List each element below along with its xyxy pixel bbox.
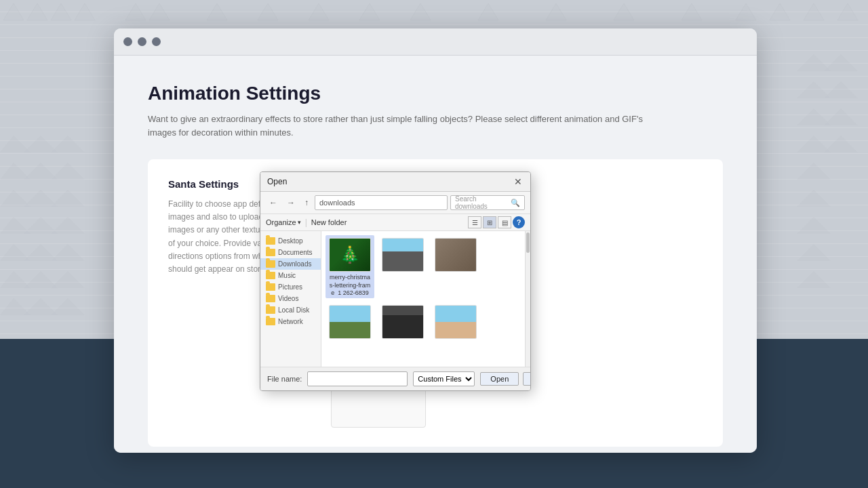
dialog-nav-toolbar: ← → ↑ downloads Search downloads 🔍 xyxy=(260,192,530,214)
dialog-close-button[interactable]: ✕ xyxy=(513,176,524,187)
settings-panel: Santa Settings Facility to choose app de… xyxy=(148,159,723,447)
svg-marker-2 xyxy=(51,3,71,20)
nav-item-videos[interactable]: Videos xyxy=(260,293,321,304)
svg-marker-41 xyxy=(0,217,31,234)
nav-item-network[interactable]: Network xyxy=(260,316,321,327)
folder-icon xyxy=(266,295,275,302)
cancel-button[interactable]: Cancel xyxy=(523,372,531,386)
svg-marker-17 xyxy=(804,3,824,20)
window-dot-3 xyxy=(152,37,161,46)
address-bar[interactable]: downloads xyxy=(315,195,448,210)
folder-icon xyxy=(266,283,275,291)
nav-item-local[interactable]: Local Disk xyxy=(260,304,321,316)
window-dot-1 xyxy=(123,37,132,46)
svg-marker-19 xyxy=(797,54,831,71)
photo4-thumbnail xyxy=(330,306,370,338)
filename-input[interactable] xyxy=(307,371,408,386)
svg-marker-30 xyxy=(797,244,831,261)
help-button[interactable]: ? xyxy=(513,216,525,228)
file-thumb-photo4 xyxy=(329,305,371,339)
svg-marker-38 xyxy=(0,190,31,207)
open-button[interactable]: Open xyxy=(480,372,519,386)
left-panel: Animation Settings Want to give an extra… xyxy=(114,56,757,453)
svg-marker-49 xyxy=(51,271,85,288)
file-item-christmas[interactable]: merry-christmas-lettering-frame_1 262-68… xyxy=(326,235,374,298)
search-box[interactable]: Search downloads 🔍 xyxy=(450,195,525,210)
svg-marker-22 xyxy=(824,81,858,98)
svg-marker-5 xyxy=(149,3,170,20)
folder-icon xyxy=(266,260,275,268)
view-grid-button[interactable]: ⊞ xyxy=(483,216,496,228)
file-thumb-car xyxy=(382,238,424,272)
forward-button[interactable]: → xyxy=(283,196,298,209)
svg-marker-3 xyxy=(75,3,95,20)
svg-marker-32 xyxy=(0,136,31,152)
file-item-photo5[interactable] xyxy=(378,302,427,344)
car-thumbnail xyxy=(382,239,423,271)
svg-marker-23 xyxy=(797,108,831,125)
file-item-photo4[interactable] xyxy=(326,302,374,344)
new-folder-button[interactable]: New folder xyxy=(311,218,347,226)
photo5-thumbnail xyxy=(382,306,423,338)
svg-marker-6 xyxy=(207,3,227,20)
photo3-thumbnail xyxy=(435,239,476,271)
svg-marker-43 xyxy=(51,217,85,234)
scrollbar-thumb[interactable] xyxy=(526,232,530,253)
organize-button[interactable]: Organize xyxy=(266,218,301,226)
page-description: Want to give an extraordinary effects to… xyxy=(148,113,650,139)
dialog-footer: File name: Custom Files Open Cancel xyxy=(260,367,530,390)
svg-marker-1 xyxy=(27,3,47,20)
svg-marker-47 xyxy=(0,271,31,288)
footer-buttons: Open Cancel xyxy=(480,372,531,386)
search-icon: 🔍 xyxy=(511,199,520,207)
filetype-select[interactable]: Custom Files xyxy=(413,371,475,386)
christmas-thumbnail xyxy=(330,239,370,271)
svg-marker-21 xyxy=(797,81,831,98)
svg-marker-33 xyxy=(24,136,58,152)
file-dialog: Open ✕ ← → ↑ downloads Sear xyxy=(260,171,531,391)
file-thumb-photo6 xyxy=(435,305,477,339)
view-list-button[interactable]: ☰ xyxy=(468,216,481,228)
svg-marker-10 xyxy=(410,3,431,20)
file-item-photo3[interactable] xyxy=(431,235,480,298)
svg-marker-11 xyxy=(478,3,498,20)
dialog-title: Open xyxy=(267,177,287,186)
svg-marker-20 xyxy=(824,54,858,71)
svg-marker-39 xyxy=(24,190,58,207)
nav-item-music[interactable]: Music xyxy=(260,270,321,281)
svg-marker-46 xyxy=(51,244,85,261)
page-title: Animation Settings xyxy=(148,83,723,104)
file-item-photo6[interactable] xyxy=(431,302,480,344)
svg-marker-13 xyxy=(614,3,634,20)
folder-icon xyxy=(266,237,275,245)
nav-item-documents[interactable]: Documents xyxy=(260,247,321,258)
svg-marker-44 xyxy=(0,244,31,261)
svg-marker-35 xyxy=(0,163,31,180)
window-dot-2 xyxy=(138,37,146,46)
back-button[interactable]: ← xyxy=(266,196,281,209)
nav-item-downloads[interactable]: Downloads xyxy=(260,258,321,270)
dialog-body: Desktop Documents Downloads Music xyxy=(260,231,530,367)
scrollbar-track[interactable] xyxy=(525,231,530,367)
file-name-christmas: merry-christmas-lettering-frame_1 262-68… xyxy=(328,274,372,296)
photo6-thumbnail xyxy=(435,306,476,338)
view-detail-button[interactable]: ▤ xyxy=(498,216,511,228)
folder-icon xyxy=(266,318,275,325)
svg-marker-42 xyxy=(24,217,58,234)
svg-marker-14 xyxy=(682,3,702,20)
svg-marker-36 xyxy=(24,163,58,180)
svg-marker-4 xyxy=(125,3,146,20)
up-button[interactable]: ↑ xyxy=(301,196,312,209)
nav-item-desktop[interactable]: Desktop xyxy=(260,235,321,247)
file-thumb-photo3 xyxy=(435,238,477,272)
svg-marker-52 xyxy=(51,298,85,315)
file-item-car[interactable] xyxy=(378,235,427,298)
nav-panel: Desktop Documents Downloads Music xyxy=(260,231,321,367)
svg-marker-26 xyxy=(824,136,858,152)
svg-marker-24 xyxy=(824,108,858,125)
search-placeholder: Search downloads xyxy=(455,195,511,210)
svg-marker-50 xyxy=(0,298,31,315)
dialog-titlebar: Open ✕ xyxy=(260,172,530,192)
nav-item-pictures[interactable]: Pictures xyxy=(260,281,321,293)
folder-icon xyxy=(266,306,275,314)
